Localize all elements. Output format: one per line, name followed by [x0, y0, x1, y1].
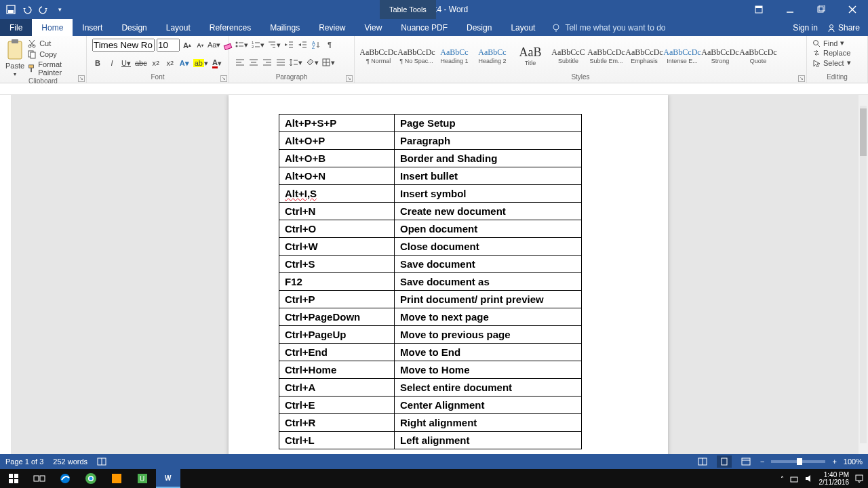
shortcut-cell[interactable]: Ctrl+N	[279, 203, 395, 220]
table-row[interactable]: Ctrl+PageDownMove to next page	[279, 308, 582, 326]
tab-insert[interactable]: Insert	[73, 19, 112, 36]
description-cell[interactable]: Page Setup	[395, 115, 582, 132]
table-row[interactable]: Ctrl+OOpen document	[279, 220, 582, 238]
table-row[interactable]: Alt+O+BBorder and Shading	[279, 150, 582, 167]
tray-up-icon[interactable]: ˄	[781, 475, 784, 483]
style-subtle-em-[interactable]: AaBbCcDcSubtle Em...	[588, 39, 625, 73]
copy-button[interactable]: Copy	[27, 49, 81, 59]
description-cell[interactable]: Print document/ print preview	[395, 291, 582, 308]
shortcut-table[interactable]: Alt+P+S+PPage SetupAlt+O+PParagraphAlt+O…	[279, 114, 582, 449]
notifications-button[interactable]	[854, 474, 864, 483]
description-cell[interactable]: Create new document	[395, 203, 582, 220]
description-cell[interactable]: Close document	[395, 238, 582, 256]
description-cell[interactable]: Border and Shading	[395, 150, 582, 167]
taskbar-edge[interactable]	[53, 469, 77, 488]
tab-mailings[interactable]: Mailings	[260, 19, 309, 36]
taskbar-word[interactable]: W	[156, 469, 180, 488]
description-cell[interactable]: Insert symbol	[395, 185, 582, 203]
save-icon[interactable]	[5, 4, 16, 15]
clipboard-dialog-launcher[interactable]: ↘	[78, 75, 85, 82]
table-row[interactable]: Ctrl+ASelect entire document	[279, 379, 582, 396]
line-spacing-button[interactable]: ▾	[289, 56, 302, 68]
system-clock[interactable]: 1:40 PM 2/11/2016	[819, 471, 850, 486]
style--normal[interactable]: AaBbCcDc¶ Normal	[360, 39, 397, 73]
tell-me-search[interactable]: Tell me what you want to do	[545, 19, 665, 36]
shortcut-cell[interactable]: Ctrl+O	[279, 220, 395, 238]
description-cell[interactable]: Open document	[395, 220, 582, 238]
table-row[interactable]: Ctrl+WClose document	[279, 238, 582, 256]
align-right-button[interactable]	[262, 56, 273, 68]
shortcut-cell[interactable]: Alt+O+B	[279, 150, 395, 167]
show-hide-button[interactable]: ¶	[324, 39, 335, 51]
subscript-button[interactable]: x2	[151, 57, 161, 69]
shortcut-cell[interactable]: Ctrl+P	[279, 291, 395, 308]
description-cell[interactable]: Center Alignment	[395, 396, 582, 414]
shortcut-cell[interactable]: Ctrl+A	[279, 379, 395, 396]
description-cell[interactable]: Move to previous page	[395, 326, 582, 344]
tray-volume-icon[interactable]	[804, 474, 814, 483]
select-button[interactable]: Select▾	[812, 58, 851, 67]
page-number-status[interactable]: Page 1 of 3	[5, 458, 43, 466]
font-name-input[interactable]	[92, 39, 155, 52]
shortcut-cell[interactable]: Ctrl+PageDown	[279, 308, 395, 326]
borders-button[interactable]: ▾	[321, 56, 335, 68]
redo-icon[interactable]	[38, 4, 49, 15]
spell-check-status[interactable]	[97, 457, 106, 466]
close-icon[interactable]	[837, 0, 868, 19]
table-row[interactable]: Ctrl+ECenter Alignment	[279, 396, 582, 414]
qat-customize-icon[interactable]: ▾	[54, 4, 65, 15]
paragraph-dialog-launcher[interactable]: ↘	[346, 75, 353, 82]
underline-button[interactable]: U▾	[121, 57, 132, 69]
strikethrough-button[interactable]: abc	[135, 57, 147, 69]
page[interactable]: Alt+P+S+PPage SetupAlt+O+PParagraphAlt+O…	[229, 95, 668, 469]
increase-indent-button[interactable]	[297, 39, 308, 51]
grow-font-button[interactable]: A▴	[182, 39, 193, 52]
shortcut-cell[interactable]: F12	[279, 273, 395, 291]
taskbar-chrome[interactable]	[79, 469, 103, 488]
numbering-button[interactable]: 12▾	[251, 39, 264, 51]
tab-references[interactable]: References	[200, 19, 260, 36]
description-cell[interactable]: Insert bullet	[395, 167, 582, 185]
decrease-indent-button[interactable]	[283, 39, 294, 51]
tab-layout[interactable]: Layout	[157, 19, 200, 36]
cut-button[interactable]: Cut	[27, 39, 81, 48]
tab-file[interactable]: File	[0, 19, 32, 36]
font-dialog-launcher[interactable]: ↘	[220, 75, 227, 82]
shortcut-cell[interactable]: Alt+P+S+P	[279, 115, 395, 132]
description-cell[interactable]: Paragraph	[395, 132, 582, 150]
word-count-status[interactable]: 252 words	[53, 458, 87, 466]
styles-dialog-launcher[interactable]: ↘	[798, 75, 805, 82]
shortcut-cell[interactable]: Ctrl+L	[279, 432, 395, 449]
description-cell[interactable]: Select entire document	[395, 379, 582, 396]
tray-network-icon[interactable]	[789, 474, 799, 483]
bold-button[interactable]: B	[92, 57, 103, 69]
table-row[interactable]: Alt+P+S+PPage Setup	[279, 115, 582, 132]
table-row[interactable]: Ctrl+SSave document	[279, 256, 582, 273]
horizontal-ruler[interactable]	[0, 83, 868, 95]
description-cell[interactable]: Move to next page	[395, 308, 582, 326]
shortcut-cell[interactable]: Ctrl+Home	[279, 361, 395, 379]
style-strong[interactable]: AaBbCcDcStrong	[702, 39, 738, 73]
text-effects-button[interactable]: A▾	[179, 57, 190, 69]
shortcut-cell[interactable]: Ctrl+R	[279, 414, 395, 432]
tab-table-layout[interactable]: Layout	[501, 19, 545, 36]
align-center-button[interactable]	[248, 56, 259, 68]
tab-design[interactable]: Design	[112, 19, 156, 36]
shortcut-cell[interactable]: Ctrl+S	[279, 256, 395, 273]
style-emphasis[interactable]: AaBbCcDcEmphasis	[626, 39, 663, 73]
tab-home[interactable]: Home	[32, 19, 73, 36]
shortcut-cell[interactable]: Ctrl+PageUp	[279, 326, 395, 344]
align-left-button[interactable]	[235, 56, 245, 68]
minimize-icon[interactable]	[774, 0, 806, 19]
style-heading-1[interactable]: AaBbCcHeading 1	[436, 39, 473, 73]
taskbar-app-2[interactable]: U	[130, 469, 155, 488]
zoom-in-button[interactable]: +	[832, 458, 836, 466]
ribbon-display-options-icon[interactable]	[743, 0, 774, 19]
multilevel-list-button[interactable]: ▾	[267, 39, 281, 51]
shortcut-cell[interactable]: Ctrl+E	[279, 396, 395, 414]
style--no-spac-[interactable]: AaBbCcDc¶ No Spac...	[398, 39, 435, 73]
read-mode-button[interactable]	[695, 455, 710, 468]
task-view-button[interactable]	[27, 469, 52, 488]
shading-button[interactable]: ▾	[305, 56, 319, 68]
table-row[interactable]: Ctrl+RRight alignment	[279, 414, 582, 432]
